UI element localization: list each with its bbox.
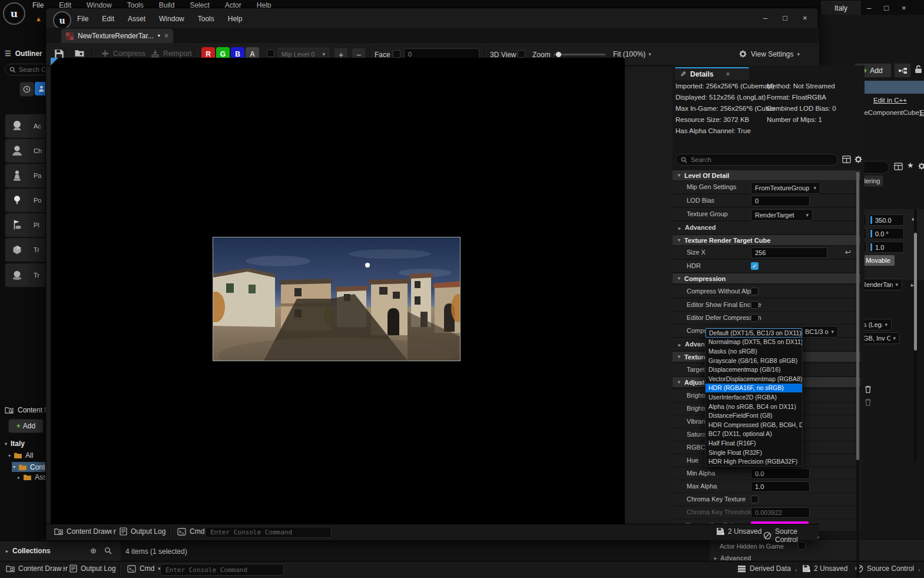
warning-icon[interactable]: ▲ — [35, 15, 42, 22]
details-tab[interactable]: ✎ Details × — [675, 67, 749, 80]
console-command-input[interactable]: Enter Console Command — [160, 564, 284, 576]
fit-dropdown[interactable]: Fit (100%) ▾ — [613, 50, 651, 58]
location-z-field[interactable]: 350.0 — [869, 214, 904, 226]
mobility-movable-selected[interactable]: Movable — [861, 255, 895, 266]
recently-placed-button[interactable] — [19, 82, 34, 97]
content-browser-header[interactable]: Content Br — [5, 406, 51, 414]
menu-item[interactable]: Tools — [198, 15, 214, 23]
compression-option[interactable]: Half Float (R16F) — [706, 438, 802, 448]
add-collection-icon[interactable]: ⊕ — [90, 546, 97, 555]
favorites-star-icon[interactable]: ★ — [907, 161, 914, 170]
compression-option[interactable]: BC7 (DX11, optional A) — [706, 430, 802, 439]
tree-root-italy[interactable]: ▾ Italy — [5, 440, 25, 448]
tree-item-all[interactable]: ▾ All — [8, 451, 33, 460]
reimport-button[interactable]: Reimport — [151, 49, 192, 58]
outliner-search-input[interactable]: Search C — [5, 64, 49, 75]
lod-bias-input[interactable]: 0 — [751, 196, 810, 206]
details-scrollbar-track[interactable] — [856, 170, 859, 578]
outliner-header[interactable]: ☰ Outliner — [5, 49, 42, 58]
compression-option[interactable]: Masks (no sRGB) — [706, 346, 802, 356]
blueprint-node-button[interactable] — [894, 63, 911, 78]
section-texture-cube[interactable]: ▾ Texture Render Target Cube — [673, 235, 860, 245]
trash-icon[interactable] — [865, 398, 872, 407]
compression-option[interactable]: Default (DXT1/5, BC1/3 on DX11) — [706, 328, 802, 338]
output-log-button[interactable]: Output Log — [120, 527, 165, 536]
editor-defer-compression-checkbox[interactable] — [751, 314, 759, 322]
compression-option[interactable]: HDR High Precision (RGBA32F) — [706, 457, 802, 466]
scrollbar-thumb[interactable] — [914, 233, 917, 351]
compression-option[interactable]: UserInterface2D (RGBA) — [706, 392, 802, 402]
mip-gen-dropdown[interactable]: FromTextureGroup ▾ — [751, 182, 820, 194]
close-tab-icon[interactable]: × — [164, 32, 168, 40]
editor-show-final-encode-checkbox[interactable] — [751, 301, 759, 309]
hdr-checkbox[interactable]: ✓ — [751, 262, 759, 270]
place-actor-tile-character[interactable]: Ch — [5, 138, 52, 163]
details-search-input[interactable]: Search — [675, 154, 838, 166]
compression-option[interactable]: VectorDisplacementmap (RGBA8) — [706, 374, 802, 384]
details-scrollbar-thumb[interactable] — [856, 171, 859, 460]
maximize-icon[interactable]: □ — [783, 14, 787, 22]
close-icon[interactable]: × — [803, 14, 807, 22]
place-actor-tile-pointlight[interactable]: Po — [5, 188, 52, 213]
compression-option[interactable]: HDR (RGBA16F, no sRGB) — [706, 384, 802, 393]
max-alpha-input[interactable]: 1.0 — [751, 481, 810, 492]
compression-option[interactable]: Displacementmap (G8/16) — [706, 365, 802, 374]
content-drawer-button[interactable]: Content Drawer — [6, 564, 68, 573]
display-filter-icon[interactable] — [894, 162, 903, 171]
size-x-input[interactable]: 256 — [751, 247, 827, 258]
texture-viewport[interactable] — [51, 58, 625, 524]
view-settings-button[interactable]: View Settings ▾ — [738, 49, 800, 58]
display-filter-icon[interactable] — [842, 155, 851, 164]
zoom-slider-thumb[interactable] — [556, 52, 561, 57]
search-icon[interactable] — [104, 547, 112, 554]
close-icon[interactable]: × — [902, 4, 906, 12]
zoom-slider-track[interactable] — [554, 54, 605, 55]
menu-item[interactable]: Help — [228, 15, 243, 23]
menu-item[interactable]: File — [32, 1, 44, 9]
edit-in-cpp-link[interactable]: Edit in C++ — [873, 97, 907, 104]
texture-group-dropdown[interactable]: RenderTarget ▾ — [751, 209, 813, 221]
unsaved-button[interactable]: ★ 2 Unsaved — [802, 564, 847, 573]
compress-button[interactable]: Compress — [101, 49, 145, 58]
place-actor-tile-pawn[interactable]: Pa — [5, 163, 52, 188]
row-advanced-lod[interactable]: ▸Advanced — [673, 222, 860, 234]
place-actor-tile-playerstart[interactable]: Pl — [5, 213, 52, 237]
3d-view-checkbox[interactable] — [518, 50, 525, 58]
source-control-button[interactable]: Source Control ⌟ — [763, 527, 819, 544]
console-command-input[interactable]: Enter Console Command — [205, 527, 332, 538]
place-actor-tile-spheretrigger[interactable]: Tr — [5, 263, 52, 288]
gear-icon[interactable] — [918, 162, 924, 170]
browse-to-asset-icon[interactable] — [74, 49, 85, 58]
compression-option[interactable]: Alpha (no sRGB, BC4 on DX11) — [706, 402, 802, 411]
unsaved-button[interactable]: ★ 2 Unsaved — [716, 527, 761, 536]
mip-level-checkbox[interactable] — [267, 49, 274, 57]
derived-data-button[interactable]: Derived Data ⌟ — [737, 564, 797, 573]
level-tab-italy[interactable]: Italy — [820, 0, 862, 16]
menu-item[interactable]: Window — [159, 15, 184, 23]
face-checkbox[interactable] — [393, 50, 400, 58]
compress-without-alpha-checkbox[interactable] — [751, 288, 759, 295]
menu-item[interactable]: Asset — [128, 15, 145, 23]
collections-header[interactable]: ▸ Collections — [6, 547, 51, 555]
add-content-button[interactable]: + Add — [8, 419, 44, 433]
gear-icon[interactable] — [854, 155, 863, 164]
output-log-button[interactable]: Output Log — [69, 564, 115, 573]
compression-option[interactable]: DistanceFieldFont (G8) — [706, 411, 802, 420]
chroma-key-threshold-input[interactable]: 0.003922 — [751, 507, 810, 518]
close-tab-icon[interactable]: × — [726, 70, 730, 78]
minimize-icon[interactable]: – — [867, 4, 871, 12]
place-actor-tile-actor[interactable]: Ac — [5, 114, 52, 138]
menu-item[interactable]: File — [77, 15, 88, 23]
compression-option[interactable]: HDR Compressed (RGB, BC6H, DX11) — [706, 420, 802, 430]
reset-size-icon[interactable]: ↩ — [845, 248, 851, 256]
rotation-z-field[interactable]: 0.0 ° — [869, 228, 904, 239]
min-alpha-input[interactable]: 0.0 — [751, 468, 810, 479]
menu-item[interactable]: Edit — [102, 15, 114, 23]
minimize-icon[interactable]: – — [763, 14, 767, 22]
restore-icon[interactable]: □ — [884, 4, 889, 12]
compression-option[interactable]: Single Float (R32F) — [706, 448, 802, 457]
cmd-dropdown-button[interactable]: Cmd ▾ — [127, 564, 161, 573]
chroma-key-texture-checkbox[interactable] — [751, 496, 759, 503]
asset-tab[interactable]: NewTextureRenderTar... • × — [61, 29, 173, 43]
section-compression[interactable]: ▾ Compression — [673, 273, 860, 283]
